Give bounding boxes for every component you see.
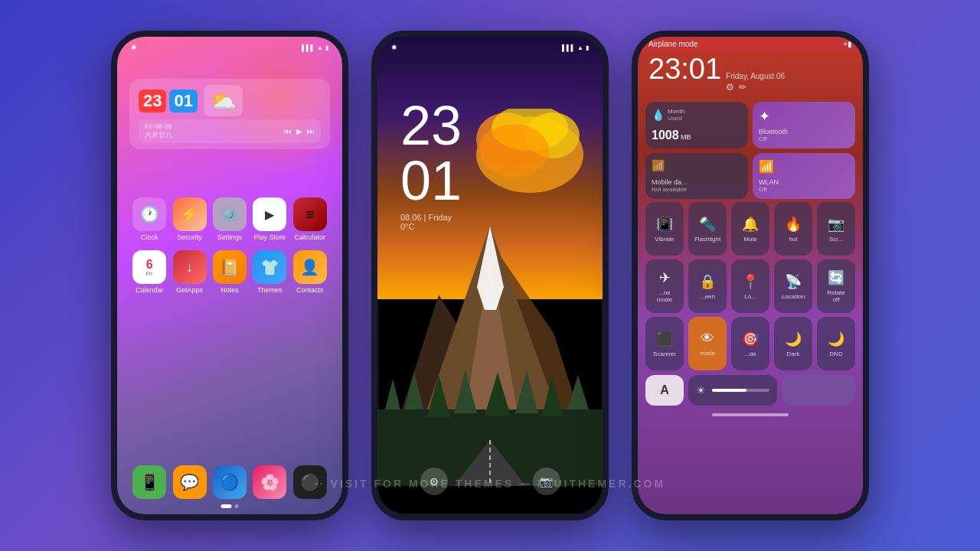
- clock-widget[interactable]: 23 01 ⛅ Fri 08 06 六月廿八 ⏮ ▶ ⏭: [129, 79, 330, 149]
- notes-label: Notes: [220, 286, 239, 294]
- prev-button[interactable]: ⏮: [284, 127, 292, 135]
- hot-label: hot: [789, 236, 798, 243]
- bluetooth-icon: ✱: [131, 44, 137, 51]
- rotate-toggle[interactable]: 🔄 Rotate off: [817, 259, 855, 313]
- dock-browser[interactable]: 🔵: [210, 465, 250, 499]
- cc-bottom-row: A ☀: [638, 370, 863, 410]
- weather-icon: ⛅: [204, 85, 243, 116]
- cc-tiles: 💧 Month Used 1008 MB ✦ Bluetooth Off: [638, 96, 863, 202]
- extra-tile[interactable]: [782, 375, 855, 406]
- notes-icon: 📔: [213, 250, 247, 284]
- data-usage-tile[interactable]: 💧 Month Used 1008 MB: [645, 102, 748, 148]
- flashlight-toggle[interactable]: 🔦 Flashlight: [688, 202, 727, 256]
- settings-icon-cc[interactable]: ⚙: [726, 82, 734, 93]
- location-label: Location: [782, 293, 805, 300]
- brightness-tile[interactable]: ☀: [688, 375, 777, 406]
- dock-phone[interactable]: 📱: [129, 465, 169, 499]
- clock-minute: 01: [169, 90, 197, 112]
- wifi-icon: 📶: [759, 159, 849, 174]
- system-icons: ▌▌▌ ▲ ▮: [302, 44, 328, 51]
- wlan-tile[interactable]: 📶 WLAN Off: [753, 153, 855, 199]
- music-chinese: 六月廿八: [145, 130, 172, 140]
- rotate-icon: 🔄: [828, 269, 844, 286]
- airplane-icon: ✈: [659, 269, 671, 286]
- bluetooth-tile-sublabel: Off: [759, 135, 849, 142]
- phone-homescreen: ✱ ▌▌▌ ▲ ▮ 23 01 ⛅ Fri 08 06 六月廿八: [111, 31, 348, 520]
- watermark: ·· VISIT FOR MORE THEMES — MIUITHEMER.CO…: [315, 478, 665, 490]
- settings-label: Settings: [217, 233, 243, 241]
- calendar-icon: 6Fri: [132, 250, 166, 284]
- status-bar-1: ✱ ▌▌▌ ▲ ▮: [117, 37, 342, 58]
- app-row-1: 🕐 Clock ⚡ Security ⚙️ Settings ▶ Play St…: [129, 197, 330, 241]
- edit-icon-cc[interactable]: ✏: [739, 82, 746, 93]
- lock-hour: 23: [400, 98, 462, 153]
- dark-toggle[interactable]: 🌙 Dark: [774, 317, 812, 370]
- nav-dot-2: [235, 504, 239, 508]
- vibrate-label: Vibrate: [655, 236, 674, 243]
- cc-time-row: 23:01 Friday, August 06 ⚙ ✏: [638, 51, 863, 96]
- music-bar[interactable]: Fri 08 06 六月廿八 ⏮ ▶ ⏭: [139, 119, 321, 143]
- focus-toggle[interactable]: 🎯 ...de: [731, 317, 769, 370]
- dnd-toggle[interactable]: 🌙 DND: [817, 317, 855, 370]
- play-button[interactable]: ▶: [296, 127, 302, 135]
- security-icon: ⚡: [173, 197, 207, 231]
- hot-toggle[interactable]: 🔥 hot: [774, 202, 812, 256]
- screen-lock-label: ...een: [700, 293, 715, 300]
- vibrate-toggle[interactable]: 📳 Vibrate: [645, 202, 684, 256]
- eye-mode-toggle[interactable]: 👁 mode: [688, 317, 727, 370]
- app-calendar[interactable]: 6Fri Calendar: [129, 250, 169, 294]
- mute-icon: 🔔: [742, 216, 759, 233]
- dark-icon: 🌙: [785, 331, 802, 347]
- app-getapps[interactable]: ↓ GetApps: [170, 250, 210, 294]
- dark-label: Dark: [787, 350, 800, 357]
- screen-lock-icon: 🔒: [699, 273, 716, 290]
- calculator-icon: ≡: [293, 197, 327, 231]
- hot-icon: 🔥: [785, 216, 802, 233]
- dock-gallery[interactable]: 🌸: [250, 465, 289, 499]
- screenshot-icon: 📷: [828, 216, 844, 233]
- bluetooth-tile[interactable]: ✦ Bluetooth Off: [753, 102, 855, 148]
- mobile-label: Mobile da...: [652, 178, 742, 186]
- screen-lock-toggle[interactable]: 🔒 ...een: [688, 259, 727, 313]
- brightness-track[interactable]: [712, 389, 769, 392]
- signal-icon: 📶: [652, 159, 742, 171]
- lo-toggle[interactable]: 📍 Lo...: [731, 259, 769, 313]
- app-security[interactable]: ⚡ Security: [170, 197, 210, 241]
- scanner-label: Scanner: [653, 350, 676, 357]
- app-contacts[interactable]: 👤 Contacts: [290, 250, 330, 294]
- eye-label: mode: [700, 350, 715, 357]
- app-notes[interactable]: 📔 Notes: [210, 250, 250, 294]
- cc-time: 23:01: [648, 54, 721, 83]
- app-row-2: 6Fri Calendar ↓ GetApps 📔 Notes 👕 Themes: [129, 250, 330, 294]
- cc-row-1: 💧 Month Used 1008 MB ✦ Bluetooth Off: [645, 102, 855, 148]
- app-settings[interactable]: ⚙️ Settings: [210, 197, 250, 241]
- phone-icon: 📱: [132, 465, 166, 499]
- airplane-toggle[interactable]: ✈ ...ne mode: [645, 259, 684, 313]
- screenshot-toggle[interactable]: 📷 Scr...: [817, 202, 855, 256]
- dock-messages[interactable]: 💬: [170, 465, 210, 499]
- clock-hour: 23: [139, 90, 166, 112]
- gallery-icon: 🌸: [253, 465, 286, 499]
- app-themes[interactable]: 👕 Themes: [250, 250, 289, 294]
- next-button[interactable]: ⏭: [307, 127, 315, 135]
- phone-lockscreen: ✱ ▌▌▌▲▮ 23 01 08.06 | Friday 0°C ⊙ 📷: [371, 31, 609, 520]
- scanner-toggle[interactable]: ⬛ Scanner: [645, 317, 684, 370]
- app-playstore[interactable]: ▶ Play Store: [250, 197, 289, 241]
- app-clock[interactable]: 🕐 Clock: [129, 197, 169, 241]
- cc-row-2: 📶 Mobile da... Not available 📶 WLAN Off: [645, 153, 855, 199]
- app-calculator[interactable]: ≡ Calculator: [290, 197, 330, 241]
- mute-toggle[interactable]: 🔔 Mute: [731, 202, 769, 256]
- dnd-label: DND: [829, 350, 842, 357]
- mobile-data-tile[interactable]: 📶 Mobile da... Not available: [645, 153, 748, 199]
- clock-label: Clock: [141, 233, 158, 241]
- calculator-label: Calculator: [294, 233, 325, 241]
- messages-icon: 💬: [173, 465, 207, 499]
- bluetooth-icon-2: ✱: [391, 44, 397, 51]
- location-toggle[interactable]: 📡 Location: [774, 259, 812, 313]
- font-tile[interactable]: A: [645, 375, 684, 406]
- eye-icon: 👁: [701, 331, 714, 347]
- lock-min: 01: [400, 153, 462, 208]
- brightness-fill: [712, 389, 746, 392]
- themes-icon: 👕: [253, 250, 286, 284]
- getapps-label: GetApps: [176, 286, 203, 294]
